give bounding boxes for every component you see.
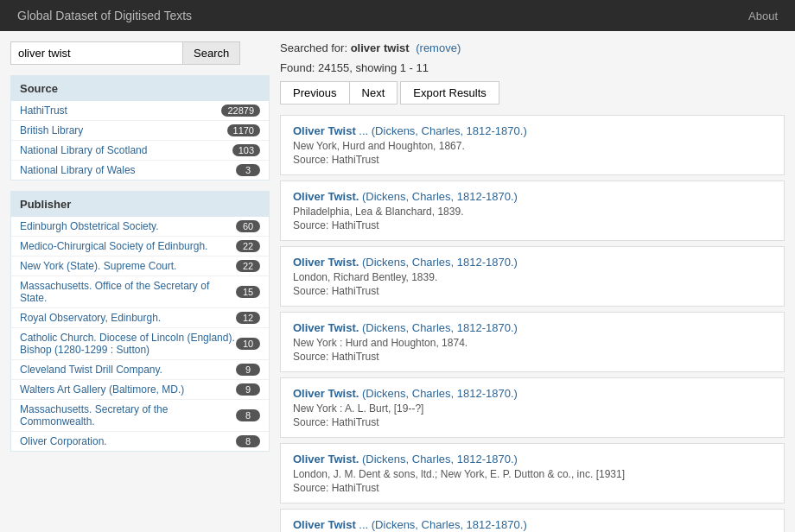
search-button[interactable]: Search: [183, 41, 240, 65]
result-title-link[interactable]: Oliver Twist. (Dickens, Charles, 1812-18…: [293, 321, 518, 334]
publisher-facet-count: 60: [236, 220, 260, 232]
result-title-rest: ... (Dickens, Charles, 1812-1870.): [356, 518, 527, 531]
result-title-rest: (Dickens, Charles, 1812-1870.): [359, 190, 518, 203]
publisher-facet-link[interactable]: New York (State). Supreme Court.: [20, 260, 176, 272]
publisher-facet-count: 22: [236, 260, 260, 272]
result-title-bold: Oliver Twist: [293, 518, 356, 531]
result-meta: Philadelphia, Lea & Blanchard, 1839.: [293, 206, 772, 218]
source-facet-items: HathiTrust22879British Library1170Nation…: [11, 101, 269, 180]
result-item: Oliver Twist. (Dickens, Charles, 1812-18…: [280, 312, 785, 372]
previous-button[interactable]: Previous: [280, 81, 350, 104]
source-facet-link[interactable]: HathiTrust: [20, 104, 67, 117]
publisher-facet-header: Publisher: [11, 192, 269, 217]
publisher-facet-link[interactable]: Walters Art Gallery (Baltimore, MD.): [20, 383, 184, 396]
result-title-bold: Oliver Twist.: [293, 387, 359, 400]
source-facet-count: 22879: [221, 104, 260, 117]
result-source: Source: HathiTrust: [293, 416, 772, 428]
result-title-link[interactable]: Oliver Twist. (Dickens, Charles, 1812-18…: [293, 256, 518, 269]
result-meta: New York : A. L. Burt, [19--?]: [293, 402, 772, 415]
results-list: Oliver Twist ... (Dickens, Charles, 1812…: [280, 115, 785, 532]
publisher-facet-link[interactable]: Cleveland Twist Drill Company.: [20, 364, 162, 376]
publisher-facet-item: Cleveland Twist Drill Company.9: [11, 360, 269, 380]
publisher-facet-count: 12: [236, 312, 260, 324]
publisher-facet-count: 9: [236, 383, 260, 396]
page-container: Search Source HathiTrust22879British Lib…: [0, 31, 795, 532]
remove-link[interactable]: (remove): [416, 41, 461, 54]
result-item: Oliver Twist ... (Dickens, Charles, 1812…: [280, 509, 785, 532]
publisher-facet-count: 8: [236, 409, 260, 421]
source-facet-count: 103: [232, 144, 260, 156]
pagination-bar: Previous Next Export Results: [280, 81, 785, 104]
publisher-facet-item: Oliver Corporation.8: [11, 432, 269, 451]
result-meta: New York : Hurd and Houghton, 1874.: [293, 337, 772, 349]
result-item: Oliver Twist. (Dickens, Charles, 1812-18…: [280, 180, 785, 241]
source-facet-count: 3: [236, 164, 260, 176]
result-title-rest: (Dickens, Charles, 1812-1870.): [359, 453, 518, 466]
result-meta: London, J. M. Dent & sons, ltd.; New Yor…: [293, 468, 772, 480]
search-input[interactable]: [10, 41, 183, 65]
result-title-bold: Oliver Twist.: [293, 256, 359, 269]
publisher-facet-count: 15: [236, 286, 260, 298]
publisher-facet-link[interactable]: Medico-Chirurgical Society of Edinburgh.: [20, 240, 207, 252]
result-source: Source: HathiTrust: [293, 285, 772, 297]
publisher-facet-link[interactable]: Massachusetts. Secretary of the Commonwe…: [20, 403, 236, 428]
result-source: Source: HathiTrust: [293, 351, 772, 363]
publisher-facet-item: New York (State). Supreme Court.22: [11, 256, 269, 276]
publisher-facet-count: 9: [236, 364, 260, 376]
publisher-facet-link[interactable]: Massachusetts. Office of the Secretary o…: [20, 280, 236, 304]
app-title: Global Dataset of Digitised Texts: [17, 9, 192, 22]
next-button[interactable]: Next: [349, 81, 398, 104]
result-item: Oliver Twist. (Dickens, Charles, 1812-18…: [280, 377, 785, 438]
publisher-facet-panel: Publisher Edinburgh Obstetrical Society.…: [10, 191, 270, 452]
about-link[interactable]: About: [748, 10, 778, 22]
source-facet-link[interactable]: British Library: [20, 124, 83, 136]
search-bar: Search: [10, 41, 270, 65]
publisher-facet-link[interactable]: Edinburgh Obstetrical Society.: [20, 220, 159, 232]
source-facet-item: National Library of Wales3: [11, 161, 269, 180]
publisher-facet-count: 8: [236, 435, 260, 447]
source-facet-count: 1170: [227, 124, 260, 136]
publisher-facet-item: Walters Art Gallery (Baltimore, MD.)9: [11, 380, 269, 400]
source-facet-link[interactable]: National Library of Wales: [20, 164, 136, 176]
export-button[interactable]: Export Results: [400, 81, 499, 104]
search-query: oliver twist: [351, 41, 410, 54]
publisher-facet-items: Edinburgh Obstetrical Society.60Medico-C…: [11, 217, 269, 451]
result-title-bold: Oliver Twist.: [293, 190, 359, 203]
publisher-facet-item: Massachusetts. Office of the Secretary o…: [11, 276, 269, 308]
source-facet-item: National Library of Scotland103: [11, 141, 269, 161]
main-content: Searched for: oliver twist (remove) Foun…: [280, 41, 785, 532]
result-title-link[interactable]: Oliver Twist ... (Dickens, Charles, 1812…: [293, 518, 527, 531]
publisher-facet-link[interactable]: Catholic Church. Diocese of Lincoln (Eng…: [20, 332, 236, 356]
result-title-rest: ... (Dickens, Charles, 1812-1870.): [356, 124, 527, 137]
search-info: Searched for: oliver twist (remove): [280, 41, 785, 54]
publisher-facet-count: 10: [236, 338, 260, 350]
result-title-link[interactable]: Oliver Twist ... (Dickens, Charles, 1812…: [293, 124, 527, 137]
source-facet-item: British Library1170: [11, 121, 269, 141]
result-title-rest: (Dickens, Charles, 1812-1870.): [359, 387, 518, 400]
source-facet-item: HathiTrust22879: [11, 101, 269, 121]
result-source: Source: HathiTrust: [293, 219, 772, 231]
publisher-facet-link[interactable]: Royal Observatory, Edinburgh.: [20, 312, 161, 324]
sidebar: Search Source HathiTrust22879British Lib…: [10, 41, 270, 532]
result-title-link[interactable]: Oliver Twist. (Dickens, Charles, 1812-18…: [293, 453, 518, 466]
result-title-bold: Oliver Twist: [293, 124, 356, 137]
result-title-link[interactable]: Oliver Twist. (Dickens, Charles, 1812-18…: [293, 190, 518, 203]
result-title-rest: (Dickens, Charles, 1812-1870.): [359, 321, 518, 334]
result-item: Oliver Twist ... (Dickens, Charles, 1812…: [280, 115, 785, 175]
publisher-facet-count: 22: [236, 240, 260, 252]
result-title-bold: Oliver Twist.: [293, 321, 359, 334]
result-item: Oliver Twist. (Dickens, Charles, 1812-18…: [280, 246, 785, 307]
publisher-facet-item: Catholic Church. Diocese of Lincoln (Eng…: [11, 328, 269, 360]
source-facet-panel: Source HathiTrust22879British Library117…: [10, 75, 270, 180]
result-title-link[interactable]: Oliver Twist. (Dickens, Charles, 1812-18…: [293, 387, 518, 400]
publisher-facet-item: Medico-Chirurgical Society of Edinburgh.…: [11, 237, 269, 256]
publisher-facet-item: Edinburgh Obstetrical Society.60: [11, 217, 269, 237]
source-facet-header: Source: [11, 76, 269, 101]
publisher-facet-link[interactable]: Oliver Corporation.: [20, 435, 107, 447]
publisher-facet-item: Massachusetts. Secretary of the Commonwe…: [11, 400, 269, 432]
found-info: Found: 24155, showing 1 - 11: [280, 61, 785, 74]
source-facet-link[interactable]: National Library of Scotland: [20, 144, 147, 156]
result-meta: London, Richard Bentley, 1839.: [293, 271, 772, 283]
result-title-bold: Oliver Twist.: [293, 453, 359, 466]
searched-for-label: Searched for:: [280, 41, 347, 54]
